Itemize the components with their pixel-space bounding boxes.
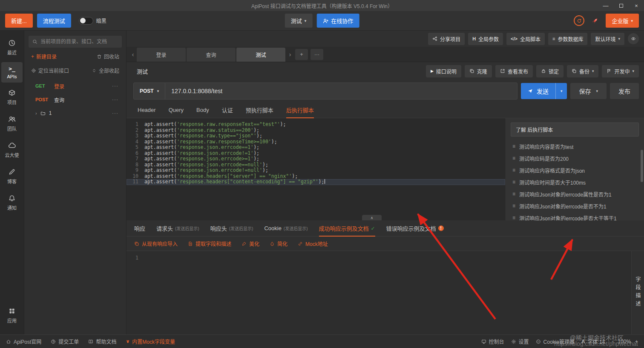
rail-item-recent[interactable]: 最近 (1, 36, 23, 59)
field-description-panel-tab[interactable]: 字段描述 (631, 251, 644, 334)
tree-item-login[interactable]: GET 登录 ··· (29, 79, 122, 93)
code-line[interactable]: 4apt.assert('response.raw.responseTime>=… (126, 139, 505, 145)
send-button[interactable]: 发送 ▾ (521, 83, 567, 99)
rail-item-projects[interactable]: 项目 (1, 86, 23, 109)
dark-mode-toggle[interactable] (79, 17, 93, 25)
view-publish-button[interactable]: 查看发布 (495, 65, 533, 77)
more-actions-icon[interactable]: ··· (112, 83, 118, 89)
tab-more-button[interactable]: ··· (310, 49, 323, 60)
enterprise-button[interactable]: 企业版▾ (606, 14, 639, 28)
backup-button[interactable]: 备份▾ (567, 65, 599, 77)
new-directory-button[interactable]: +新建目录 (31, 53, 57, 60)
code-line[interactable]: 10apt.assert('response.headers["server"]… (126, 174, 505, 180)
share-project-button[interactable]: 分享项目 (428, 33, 465, 45)
locate-api-button[interactable]: 定位当前接口 (31, 67, 69, 74)
tab-login[interactable]: 登录 (137, 48, 186, 62)
default-env-select[interactable]: 默认环境▾ (591, 33, 624, 45)
resp-tab-cookie[interactable]: Cookie(发送后显示) (264, 220, 308, 236)
tab-query[interactable]: 查询 (187, 48, 236, 62)
rail-item-notifications[interactable]: 通知 (1, 191, 23, 214)
help-item[interactable]: ≡测试响应码是否为200 (511, 152, 639, 164)
maximize-button[interactable] (613, 0, 629, 11)
extract-fields-button[interactable]: 提取字段和描述 (188, 240, 231, 247)
req-tab-auth[interactable]: 认证 (222, 102, 233, 118)
method-select[interactable]: POST▾ (134, 83, 165, 99)
zoom-out-button[interactable]: - (612, 339, 613, 345)
rail-item-apis[interactable]: >_APIs (1, 62, 23, 83)
scrollbar-thumb[interactable] (641, 150, 643, 182)
console-button[interactable]: 控制台 (481, 338, 504, 345)
code-line[interactable]: 5apt.assert('response.json.errcode==1'); (126, 145, 505, 151)
zoom-in-button[interactable]: + (635, 339, 638, 345)
response-editor-body[interactable] (144, 251, 631, 334)
rail-item-cloud-ambassador[interactable]: 云大使 (1, 138, 23, 162)
font-size-button[interactable]: A字体:14 (581, 338, 605, 345)
cookie-manager-button[interactable]: Cookie管理器 (536, 338, 575, 345)
resp-tab-request-headers[interactable]: 请求头(发送后显示) (156, 220, 199, 236)
more-actions-icon[interactable]: ··· (112, 97, 118, 103)
recycle-bin-button[interactable]: 回收站 (97, 53, 119, 60)
help-item[interactable]: ≡测试响应内容是否为test (511, 140, 639, 152)
code-line[interactable]: 9apt.assert('response.json.errcode!=null… (126, 168, 505, 174)
send-dropdown[interactable]: ▾ (555, 83, 567, 99)
rail-item-blog[interactable]: 博客 (1, 165, 23, 188)
url-input[interactable] (165, 88, 517, 94)
flow-test-button[interactable]: 流程测试 (37, 14, 71, 28)
tree-item-folder-1[interactable]: › 1 ··· (29, 106, 122, 120)
online-collab-button[interactable]: 在线协作 (316, 14, 359, 28)
send-button-main[interactable]: 发送 (521, 83, 555, 99)
simplify-button[interactable]: 简化 (270, 240, 288, 247)
chevron-right-icon[interactable]: › (35, 111, 37, 116)
help-panel-header[interactable]: 了解 后执行脚本 (511, 123, 639, 137)
tabs-scroll-left[interactable]: ‹ (129, 47, 137, 62)
lock-button[interactable]: 锁定 (536, 65, 564, 77)
param-database-button[interactable]: ≡参数数据库 (548, 33, 587, 45)
sync-button[interactable] (574, 15, 584, 26)
clone-button[interactable]: 克隆 (465, 65, 492, 77)
api-doc-button[interactable]: ▶接口说明 (426, 65, 461, 77)
resp-tab-response-headers[interactable]: 响应头(发送后显示) (210, 220, 253, 236)
publish-button[interactable]: 发布 (610, 83, 639, 99)
req-tab-header[interactable]: Header (138, 102, 156, 118)
code-line[interactable]: 6apt.assert('response.json.errcode!=1'); (126, 151, 505, 157)
rail-item-apps[interactable]: 应用 (1, 304, 23, 327)
code-line[interactable]: 8apt.assert('response.json.errcode==null… (126, 162, 505, 168)
environment-select[interactable]: 测试▾ (285, 14, 313, 28)
code-line[interactable]: 3apt.assert('response.raw.type=="json"')… (126, 133, 505, 139)
submit-ticket-link[interactable]: 提交工单 (51, 338, 79, 345)
tree-item-query[interactable]: POST 查询 ··· (29, 93, 122, 106)
more-actions-icon[interactable]: ··· (112, 110, 118, 116)
mock-url-button[interactable]: Mock地址 (298, 240, 328, 247)
resp-tab-error-example[interactable]: 错误响应示例及文档! (386, 220, 444, 236)
beautify-button[interactable]: 美化 (242, 240, 259, 247)
help-item[interactable]: ≡测试响应内容格式是否为json (511, 164, 639, 176)
dev-status-select[interactable]: 开发中▾ (602, 65, 639, 77)
official-site-link[interactable]: ApiPost官网 (6, 338, 41, 345)
sidebar-search[interactable] (29, 36, 122, 48)
req-tab-body[interactable]: Body (196, 102, 209, 118)
new-tab-button[interactable]: + (295, 49, 308, 60)
code-line[interactable]: 7apt.assert('response.json.errcode>=1'); (126, 156, 505, 162)
collapse-panel-button[interactable]: ∧ (362, 215, 382, 220)
req-tab-post-script[interactable]: 后执行脚本 (286, 102, 314, 118)
global-script-button[interactable]: </>全局脚本 (506, 33, 545, 45)
import-from-response-button[interactable]: 从现有响应导入 (134, 240, 178, 247)
settings-button[interactable]: 设置 (511, 338, 529, 345)
rocket-icon[interactable] (591, 17, 599, 25)
mock-variables-link[interactable]: ∨内置Mock字段变量 (126, 338, 175, 345)
minimize-button[interactable]: — (598, 0, 613, 11)
help-docs-link[interactable]: 帮助文档 (88, 338, 116, 345)
global-params-button[interactable]: H全局参数 (468, 33, 503, 45)
rail-item-team[interactable]: 团队 (1, 112, 23, 135)
tabs-scroll-right[interactable]: › (286, 47, 294, 62)
search-input[interactable] (40, 39, 118, 45)
preview-eye-button[interactable] (628, 33, 639, 44)
resp-tab-response[interactable]: 响应 (134, 220, 145, 236)
help-item[interactable]: ≡测试响应时间是否大于100ms (511, 176, 639, 188)
save-button[interactable]: 保存▾ (570, 83, 607, 99)
resp-tab-success-example[interactable]: 成功响应示例及文档✓ (319, 220, 375, 236)
help-item[interactable]: ≡测试响应Json对象的errcode是否不为1 (511, 200, 639, 212)
code-line[interactable]: 11apt.assert('response.headers["content-… (126, 179, 505, 185)
code-line[interactable]: 2apt.assert('response.raw.status==200'); (126, 128, 505, 134)
code-editor[interactable]: 1apt.assert('response.raw.responseText==… (126, 118, 505, 220)
